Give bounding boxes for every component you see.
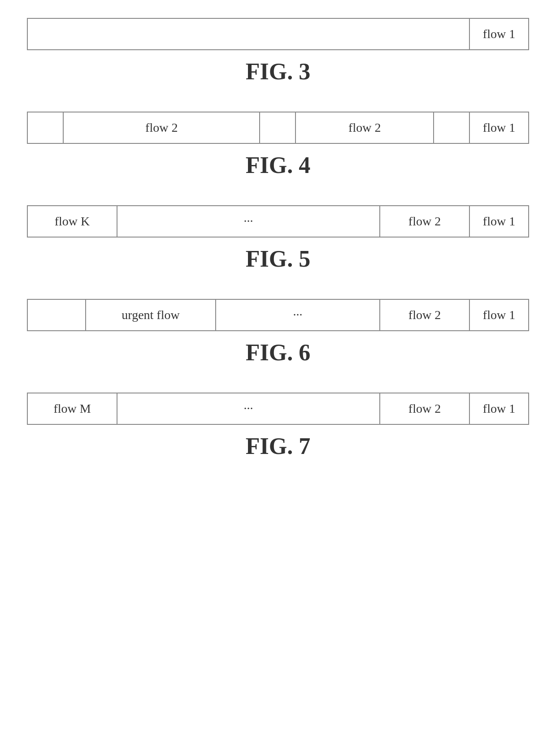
fig7-label: FIG. 7	[27, 433, 529, 459]
fig7-bar: flow M ··· flow 2 flow 1	[27, 393, 529, 425]
fig5-label: FIG. 5	[27, 246, 529, 272]
figure-4-section: flow 2 flow 2 flow 1 FIG. 4	[27, 112, 529, 178]
fig4-cell-small1	[28, 112, 64, 143]
fig7-cell-flow2: flow 2	[380, 393, 470, 424]
fig5-diagram: flow K ··· flow 2 flow 1	[27, 205, 529, 238]
figure-7-section: flow M ··· flow 2 flow 1 FIG. 7	[27, 393, 529, 459]
fig5-cell-flowk: flow K	[28, 206, 117, 237]
fig6-label: FIG. 6	[27, 339, 529, 366]
fig6-cell-dots: ···	[216, 300, 380, 330]
fig5-cell-flow1: flow 1	[470, 206, 528, 237]
fig3-diagram: flow 1	[27, 18, 529, 50]
fig4-cell-flow2a: flow 2	[64, 112, 260, 143]
fig7-diagram: flow M ··· flow 2 flow 1	[27, 393, 529, 425]
fig4-label: FIG. 4	[27, 152, 529, 178]
fig3-label: FIG. 3	[27, 58, 529, 85]
fig4-bar: flow 2 flow 2 flow 1	[27, 112, 529, 144]
fig4-cell-flow1: flow 1	[470, 112, 528, 143]
fig7-cell-dots: ···	[117, 393, 380, 424]
fig4-cell-small3	[434, 112, 470, 143]
figure-6-section: urgent flow ··· flow 2 flow 1 FIG. 6	[27, 299, 529, 366]
fig3-cell-main	[28, 19, 470, 49]
figure-5-section: flow K ··· flow 2 flow 1 FIG. 5	[27, 205, 529, 272]
fig5-cell-flow2: flow 2	[380, 206, 470, 237]
fig4-cell-flow2b: flow 2	[296, 112, 434, 143]
fig4-cell-small2	[260, 112, 296, 143]
fig7-cell-flowm: flow M	[28, 393, 117, 424]
fig5-cell-dots: ···	[117, 206, 380, 237]
fig4-diagram: flow 2 flow 2 flow 1	[27, 112, 529, 144]
fig3-bar: flow 1	[27, 18, 529, 50]
fig6-cell-flow2: flow 2	[380, 300, 470, 330]
figure-3-section: flow 1 FIG. 3	[27, 18, 529, 85]
fig6-bar: urgent flow ··· flow 2 flow 1	[27, 299, 529, 331]
fig5-bar: flow K ··· flow 2 flow 1	[27, 205, 529, 238]
fig6-cell-flow1: flow 1	[470, 300, 528, 330]
fig7-cell-flow1: flow 1	[470, 393, 528, 424]
fig6-diagram: urgent flow ··· flow 2 flow 1	[27, 299, 529, 331]
fig6-cell-urgent: urgent flow	[86, 300, 216, 330]
fig3-cell-flow1: flow 1	[470, 19, 528, 49]
fig6-cell-small1	[28, 300, 86, 330]
